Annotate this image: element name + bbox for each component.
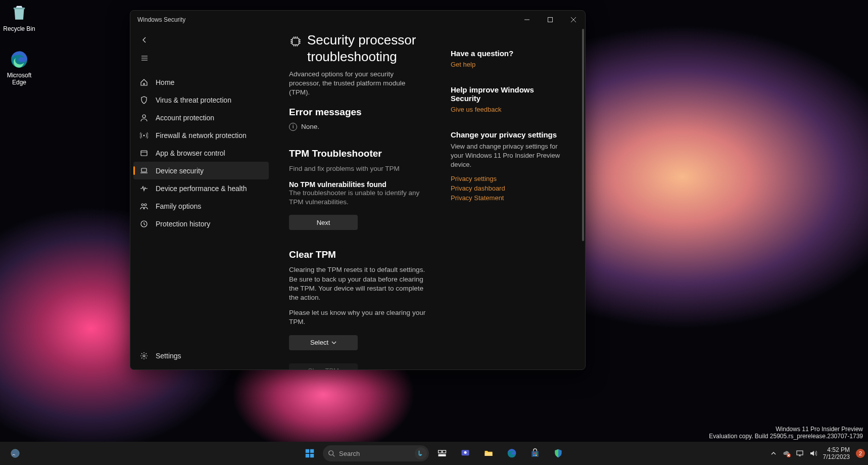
svg-point-6 [143, 134, 145, 136]
history-icon [139, 219, 149, 228]
clear-tpm-heading: Clear TPM [289, 249, 426, 260]
sidebar-item-label: Settings [156, 352, 181, 360]
sidebar-item-label: Family options [156, 202, 201, 210]
person-icon [139, 113, 149, 122]
antenna-icon [139, 131, 149, 140]
svg-point-5 [142, 115, 146, 118]
notification-badge[interactable]: 2 [856, 449, 865, 458]
svg-point-10 [141, 204, 143, 206]
gear-icon [139, 351, 149, 360]
svg-line-22 [333, 455, 335, 457]
svg-rect-30 [532, 451, 538, 457]
page-title: Security processor troubleshooting [307, 32, 426, 65]
sidebar-item-device-security[interactable]: Device security [133, 162, 269, 179]
sidebar-item-home[interactable]: Home [133, 73, 269, 91]
feedback-link[interactable]: Give us feedback [451, 106, 565, 113]
desktop-icon-recycle-bin[interactable]: Recycle Bin [0, 3, 38, 32]
volume-tray-icon [809, 449, 817, 457]
taskbar-search[interactable]: Search [323, 445, 429, 461]
chat-button[interactable] [455, 443, 475, 463]
svg-rect-9 [141, 168, 147, 172]
sidebar-nav: Home Virus & threat protection Account p… [133, 73, 269, 232]
sidebar-item-history[interactable]: Protection history [133, 215, 269, 232]
store-button[interactable] [525, 443, 545, 463]
tray-chevron-up[interactable] [770, 450, 777, 456]
content-area: Security processor troubleshooting Advan… [272, 29, 585, 369]
home-icon [139, 78, 149, 87]
sidebar-item-label: Protection history [156, 220, 210, 228]
clear-tpm-p2: Please let us know why you are clearing … [289, 308, 426, 327]
minimize-button[interactable] [515, 11, 539, 29]
edge-taskbar-button[interactable] [502, 443, 522, 463]
close-button[interactable] [562, 11, 585, 29]
svg-rect-20 [310, 454, 314, 457]
privacy-statement-link[interactable]: Privacy Statement [451, 194, 565, 202]
ts-status-title: No TPM vulnerabilities found [289, 180, 426, 189]
sidebar-item-app-browser[interactable]: App & browser control [133, 144, 269, 162]
svg-rect-14 [293, 38, 299, 45]
troubleshooter-desc: Find and fix problems with your TPM [289, 164, 426, 173]
sidebar-item-virus[interactable]: Virus & threat protection [133, 91, 269, 109]
svg-rect-31 [534, 452, 535, 454]
ts-status-desc: The troubleshooter is unable to identify… [289, 189, 426, 207]
svg-rect-24 [443, 450, 446, 453]
sidebar-item-label: Virus & threat protection [156, 96, 231, 104]
start-button[interactable] [300, 443, 320, 463]
task-view-button[interactable] [432, 443, 452, 463]
svg-point-11 [144, 204, 147, 206]
privacy-settings-link[interactable]: Privacy settings [451, 175, 565, 182]
tray-icons[interactable] [783, 449, 817, 457]
desktop-icon-edge[interactable]: Microsoft Edge [0, 50, 38, 86]
file-explorer-button[interactable] [478, 443, 499, 463]
svg-rect-33 [534, 455, 535, 456]
family-icon [139, 202, 149, 211]
sidebar-item-firewall[interactable]: Firewall & network protection [133, 126, 269, 144]
taskbar-clock[interactable]: 4:52 PM 7/12/2023 [823, 446, 850, 461]
get-help-link[interactable]: Get help [451, 61, 565, 68]
page-subtitle: Advanced options for your security proce… [289, 70, 426, 98]
shield-icon [139, 96, 149, 105]
sidebar-item-label: Device security [156, 167, 204, 175]
svg-rect-17 [306, 449, 309, 453]
sidebar-item-performance[interactable]: Device performance & health [133, 179, 269, 197]
bing-icon[interactable] [415, 447, 427, 459]
search-placeholder: Search [339, 450, 360, 457]
window-titlebar[interactable]: Windows Security [130, 11, 585, 29]
improve-heading: Help improve Windows Security [451, 85, 565, 103]
privacy-dashboard-link[interactable]: Privacy dashboard [451, 184, 565, 192]
svg-point-27 [464, 451, 467, 454]
privacy-desc: View and change privacy settings for you… [451, 142, 565, 170]
hamburger-button[interactable] [135, 49, 154, 67]
scrollbar[interactable] [582, 29, 584, 369]
widgets-button[interactable] [5, 443, 25, 463]
sidebar-item-label: Firewall & network protection [156, 131, 247, 140]
clear-tpm-p1: Clearing the TPM resets it to default se… [289, 265, 426, 302]
heart-icon [139, 184, 149, 193]
desktop-icon-label: Microsoft Edge [0, 72, 38, 86]
edge-icon [9, 50, 29, 70]
svg-rect-2 [548, 18, 553, 22]
clear-tpm-button[interactable]: Clear TPM [289, 363, 358, 369]
processor-icon [289, 35, 302, 49]
error-value-row: i None. [289, 123, 426, 131]
desktop-icon-label: Recycle Bin [0, 25, 38, 32]
svg-rect-36 [797, 451, 803, 455]
svg-point-21 [329, 451, 333, 455]
sidebar-item-account[interactable]: Account protection [133, 109, 269, 126]
app-icon [139, 149, 149, 158]
maximize-button[interactable] [539, 11, 562, 29]
network-tray-icon [796, 449, 804, 457]
recycle-bin-icon [9, 3, 29, 23]
security-taskbar-button[interactable] [548, 443, 568, 463]
svg-point-13 [143, 355, 145, 357]
error-value: None. [301, 123, 319, 130]
sidebar-item-family[interactable]: Family options [133, 197, 269, 215]
troubleshooter-heading: TPM Troubleshooter [289, 148, 426, 159]
svg-rect-32 [536, 452, 537, 454]
question-heading: Have a question? [451, 49, 565, 58]
back-button[interactable] [135, 31, 154, 49]
watermark: Windows 11 Pro Insider Preview Evaluatio… [709, 426, 863, 440]
sidebar-item-settings[interactable]: Settings [133, 347, 269, 364]
next-button[interactable]: Next [289, 215, 358, 230]
select-button[interactable]: Select [289, 335, 358, 350]
